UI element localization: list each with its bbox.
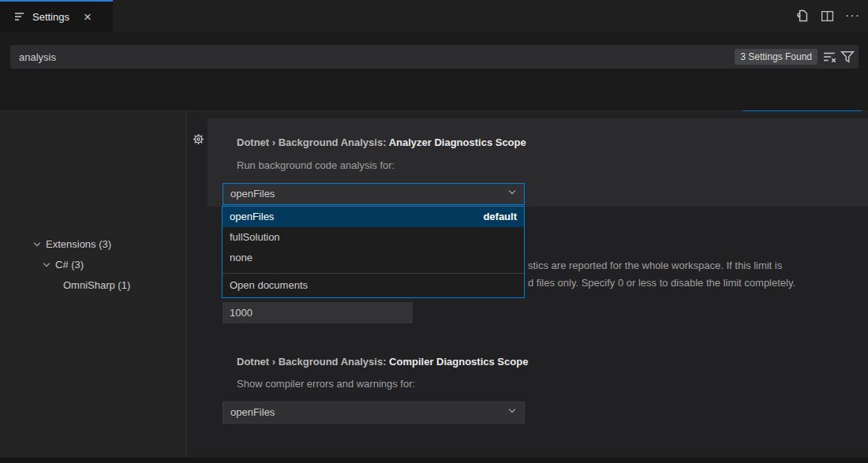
editor-tab-bar: Settings × ··· (0, 0, 868, 32)
obscured-setting-text-line-1: stics are reported for the whole workspa… (528, 260, 782, 271)
analyzer-scope-dropdown: openFiles default fullSolution none Open… (222, 206, 525, 298)
filter-icon[interactable] (840, 50, 855, 64)
setting-title-compiler-diagnostics-scope: Dotnet › Background Analysis: Compiler D… (237, 356, 528, 368)
tab-settings[interactable]: Settings × (0, 0, 113, 32)
dropdown-option-description: Open documents (223, 274, 524, 297)
settings-search-box: 3 Settings Found (10, 45, 859, 69)
select-value: openFiles (230, 406, 275, 418)
analyzer-scope-select[interactable]: openFiles (223, 183, 525, 205)
setting-description: Show compiler errors and warnings for: (237, 378, 415, 390)
settings-list-icon (14, 11, 26, 22)
split-editor-icon[interactable] (821, 9, 834, 23)
settings-search-input[interactable] (10, 45, 859, 69)
more-actions-icon[interactable]: ··· (845, 9, 860, 23)
settings-list-pane: Dotnet › Background Analysis: Analyzer D… (188, 111, 868, 457)
toc-item-label: C# (3) (55, 259, 84, 271)
obscured-setting-text-line-2: d files only. Specify 0 or less to disab… (528, 277, 795, 289)
toc-item-omnisharp[interactable]: OmniSharp (1) (63, 279, 130, 291)
setting-title-analyzer-diagnostics-scope: Dotnet › Background Analysis: Analyzer D… (237, 136, 526, 148)
editor-actions: ··· (795, 0, 860, 32)
toc-item-extensions[interactable]: Extensions (3) (35, 238, 111, 250)
dropdown-option-openfiles[interactable]: openFiles default (223, 207, 524, 227)
chevron-down-icon (34, 240, 40, 246)
settings-toc: Extensions (3) C# (3) OmniSharp (1) (0, 111, 187, 457)
setting-description: Run background code analysis for: (237, 159, 395, 171)
setting-name: Compiler Diagnostics Scope (389, 356, 528, 368)
toc-item-label: Extensions (3) (46, 238, 111, 250)
results-count-badge: 3 Settings Found (735, 49, 817, 65)
tab-title: Settings (32, 11, 69, 23)
chevron-down-icon (43, 260, 50, 267)
close-tab-icon[interactable]: × (84, 10, 92, 24)
chevron-down-icon (509, 188, 515, 194)
bottom-edge (0, 457, 868, 463)
dropdown-option-fullsolution[interactable]: fullSolution (223, 227, 524, 248)
toc-item-label: OmniSharp (1) (63, 279, 130, 291)
option-default-badge: default (483, 207, 517, 227)
chevron-down-icon (509, 406, 515, 413)
setting-category: Dotnet › Background Analysis: (237, 356, 389, 368)
settings-header: 3 Settings Found User Workspace Turn on … (0, 32, 868, 111)
setting-category: Dotnet › Background Analysis: (237, 136, 389, 148)
diagnostics-limit-input[interactable] (223, 302, 413, 323)
gear-icon[interactable] (192, 133, 205, 146)
setting-name: Analyzer Diagnostics Scope (389, 136, 526, 148)
toc-item-csharp[interactable]: C# (3) (44, 259, 84, 271)
settings-editor-window: Settings × ··· 3 Settings (0, 0, 868, 463)
compiler-scope-select[interactable]: openFiles (223, 401, 525, 424)
option-label: openFiles (230, 207, 274, 227)
option-label: fullSolution (230, 227, 280, 248)
clear-filters-icon[interactable] (823, 50, 837, 64)
open-settings-json-icon[interactable] (795, 8, 810, 24)
option-label: none (230, 248, 253, 268)
dropdown-option-none[interactable]: none (223, 248, 524, 268)
select-value: openFiles (230, 188, 275, 200)
